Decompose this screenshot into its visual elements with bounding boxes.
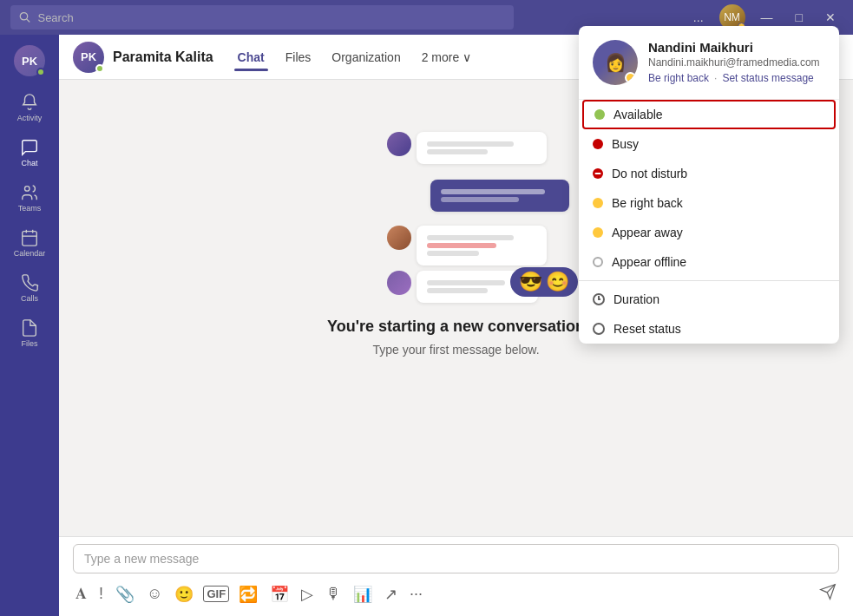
sidebar-label-chat: Chat xyxy=(21,159,37,167)
dropdown-header: 👩 Nandini Maikhuri Nandini.maikhuri@fram… xyxy=(579,26,839,100)
appear-offline-label: Appear offline xyxy=(612,255,686,269)
dropdown-divider-1 xyxy=(579,280,839,281)
sidebar-item-files[interactable]: Files xyxy=(9,312,50,354)
emoji-icon[interactable]: ☺ xyxy=(144,582,165,606)
calendar-icon xyxy=(20,228,39,247)
duration-label: Duration xyxy=(614,292,659,306)
dropdown-user-name: Nandini Maikhuri xyxy=(648,40,825,55)
gif-icon[interactable]: GIF xyxy=(203,586,229,602)
dropdown-dot-sep: · xyxy=(714,72,717,84)
sidebar-user-status xyxy=(36,68,45,76)
status-brb[interactable]: Be right back xyxy=(579,188,839,218)
minimize-btn[interactable]: — xyxy=(754,7,780,28)
status-appear-away[interactable]: Appear away xyxy=(579,218,839,247)
search-input[interactable] xyxy=(37,11,505,24)
status-dropdown: 👩 Nandini Maikhuri Nandini.maikhuri@fram… xyxy=(579,26,839,344)
status-dnd[interactable]: Do not disturb xyxy=(579,159,839,188)
appear-offline-indicator xyxy=(593,257,603,267)
mention-icon[interactable]: ! xyxy=(96,582,106,606)
sidebar-label-calls: Calls xyxy=(21,294,38,303)
clock-icon xyxy=(593,293,605,305)
header-avatar: PK xyxy=(73,42,104,73)
status-available[interactable]: Available xyxy=(582,100,836,129)
appear-away-label: Appear away xyxy=(612,226,683,239)
chat-partner-name: Paramita Kalita xyxy=(113,49,213,65)
brb-label: Be right back xyxy=(612,196,683,210)
busy-label: Busy xyxy=(612,137,639,151)
sidebar-item-calendar[interactable]: Calendar xyxy=(9,222,50,264)
sidebar-label-teams: Teams xyxy=(18,204,42,213)
sidebar-item-calls[interactable]: Calls xyxy=(9,267,50,309)
sidebar: PK Activity Chat Teams xyxy=(0,35,59,616)
available-label: Available xyxy=(614,108,663,121)
new-conversation-title: You're starting a new conversation xyxy=(327,318,585,336)
more-toolbar-icon[interactable]: ··· xyxy=(407,582,425,606)
emoji-sunglasses: 😎 xyxy=(519,271,542,293)
duration-item[interactable]: Duration xyxy=(579,285,839,314)
brb-indicator xyxy=(593,198,603,208)
send-like-icon[interactable]: ▷ xyxy=(299,582,316,606)
svg-point-2 xyxy=(25,187,30,192)
sidebar-item-teams[interactable]: Teams xyxy=(9,177,50,219)
sidebar-label-calendar: Calendar xyxy=(14,249,46,258)
busy-indicator xyxy=(593,139,603,149)
tab-files[interactable]: Files xyxy=(277,45,320,69)
sidebar-item-activity[interactable]: Activity xyxy=(9,87,50,128)
search-bar[interactable] xyxy=(10,5,514,29)
tab-organization[interactable]: Organization xyxy=(323,45,409,69)
appear-away-indicator xyxy=(593,227,603,238)
available-indicator xyxy=(594,109,605,120)
close-btn[interactable]: ✕ xyxy=(818,7,843,28)
reset-icon xyxy=(593,323,605,335)
search-icon xyxy=(19,11,30,23)
svg-line-1 xyxy=(27,19,30,22)
message-input-box[interactable]: Type a new message xyxy=(73,544,839,573)
format-icon[interactable]: 𝐀 xyxy=(73,582,89,606)
tab-chat[interactable]: Chat xyxy=(229,45,273,69)
reset-status-item[interactable]: Reset status xyxy=(579,314,839,344)
sidebar-item-chat[interactable]: Chat xyxy=(9,132,50,174)
files-icon xyxy=(20,318,39,337)
sticker-icon[interactable]: 🙂 xyxy=(172,582,196,606)
dropdown-status-links: Be right back · Set status message xyxy=(648,72,825,84)
new-conversation-subtitle: Type your first message below. xyxy=(372,343,539,357)
attach-icon[interactable]: 📎 xyxy=(113,582,137,606)
dropdown-user-info: Nandini Maikhuri Nandini.maikhuri@framed… xyxy=(648,40,825,84)
more-options-btn[interactable]: ... xyxy=(686,7,711,28)
header-tabs: Chat Files Organization 2 more ∨ xyxy=(229,45,481,69)
dnd-indicator xyxy=(593,168,603,179)
emoji-smile: 😊 xyxy=(546,271,569,293)
tab-more[interactable]: 2 more ∨ xyxy=(413,45,480,69)
dnd-label: Do not disturb xyxy=(612,167,687,180)
send-button[interactable] xyxy=(817,580,839,607)
chart-icon[interactable]: 📊 xyxy=(351,582,375,606)
teams-icon xyxy=(20,183,39,202)
chat-icon xyxy=(20,138,39,157)
dropdown-user-email: Nandini.maikhuri@framedmedia.com xyxy=(648,56,825,69)
header-status-dot xyxy=(95,64,104,73)
status-busy[interactable]: Busy xyxy=(579,129,839,159)
schedule-icon[interactable]: 📅 xyxy=(267,582,292,606)
bell-icon xyxy=(20,93,39,112)
dropdown-user-avatar: 👩 xyxy=(593,40,638,85)
svg-rect-3 xyxy=(23,232,37,246)
reset-status-label: Reset status xyxy=(614,322,681,336)
calls-icon xyxy=(20,273,39,292)
sidebar-label-activity: Activity xyxy=(17,114,43,122)
sidebar-label-files: Files xyxy=(21,339,37,348)
input-toolbar: 𝐀 ! 📎 ☺ 🙂 GIF 🔁 📅 ▷ 🎙 📊 ↗ ··· xyxy=(73,579,839,609)
dropdown-current-status[interactable]: Be right back xyxy=(648,72,709,84)
chat-illustration: 😎 😊 xyxy=(335,106,578,297)
maximize-btn[interactable]: □ xyxy=(789,7,810,28)
message-input-area: Type a new message 𝐀 ! 📎 ☺ 🙂 GIF 🔁 📅 ▷ 🎙… xyxy=(59,536,853,616)
record-icon[interactable]: 🎙 xyxy=(323,582,344,606)
loop-icon[interactable]: 🔁 xyxy=(236,582,260,606)
share-screen-icon[interactable]: ↗ xyxy=(382,582,400,606)
dropdown-avatar-status xyxy=(625,72,636,83)
sidebar-user-avatar[interactable]: PK xyxy=(14,45,45,76)
status-appear-offline[interactable]: Appear offline xyxy=(579,247,839,277)
set-status-message-link[interactable]: Set status message xyxy=(722,72,813,84)
